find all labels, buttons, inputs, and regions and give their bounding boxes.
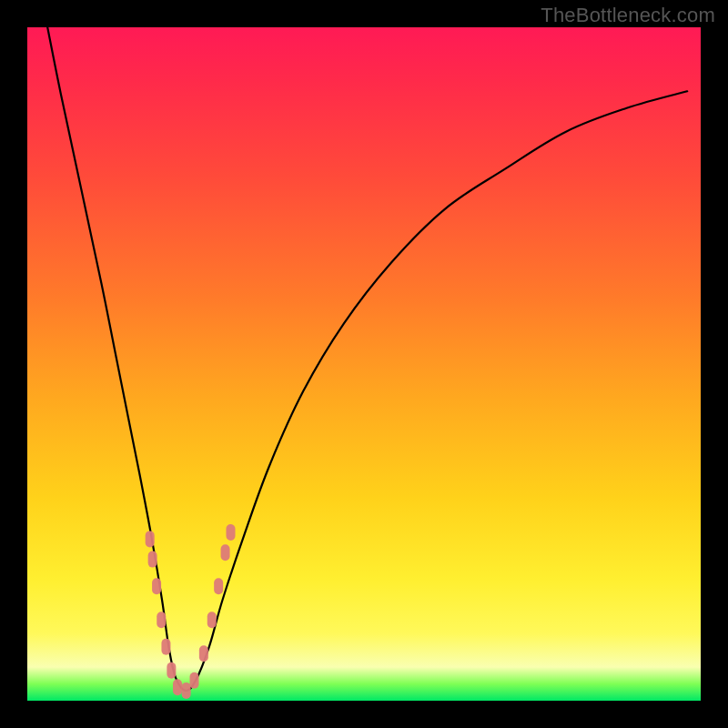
chart-svg — [27, 27, 701, 701]
curve-marker — [214, 578, 223, 594]
plot-area — [27, 27, 701, 701]
curve-marker — [182, 682, 191, 699]
curve-marker — [173, 679, 182, 695]
curve-marker — [161, 639, 170, 655]
curve-marker — [190, 672, 199, 689]
marker-group — [146, 524, 236, 699]
curve-marker — [207, 612, 217, 628]
watermark-text: TheBottleneck.com — [541, 4, 715, 27]
outer-frame: TheBottleneck.com — [0, 0, 728, 728]
curve-marker — [199, 645, 208, 662]
curve-marker — [226, 524, 235, 541]
curve-marker — [148, 551, 157, 568]
bottleneck-curve — [47, 27, 687, 691]
curve-marker — [152, 578, 161, 594]
curve-marker — [157, 612, 166, 628]
curve-marker — [221, 544, 230, 561]
curve-marker — [167, 662, 176, 679]
curve-marker — [146, 531, 155, 547]
